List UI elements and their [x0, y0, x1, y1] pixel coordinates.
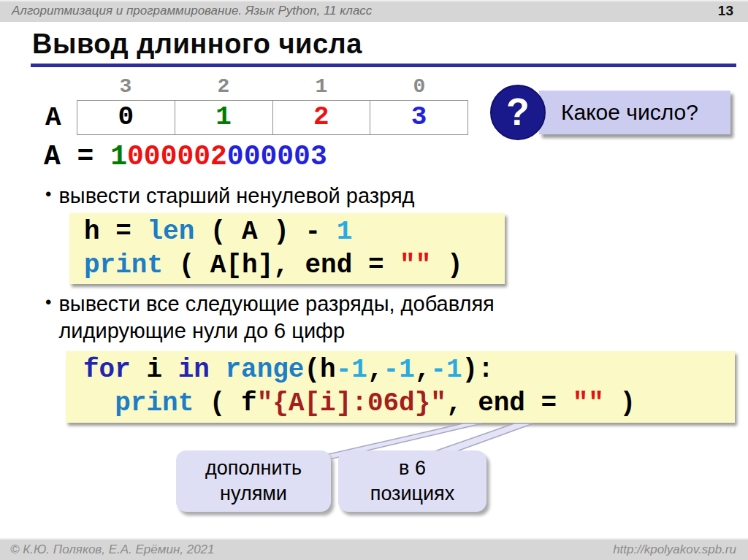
- code-token: print: [84, 250, 163, 280]
- array-cell: 1: [175, 101, 272, 134]
- code-token: -1: [430, 355, 462, 385]
- code-token: for: [83, 355, 131, 385]
- code-token: i: [131, 355, 178, 385]
- code-token: ):: [462, 355, 494, 385]
- code-token: "{A[i]:06d}": [257, 388, 446, 418]
- bullet-dot-icon: •: [45, 292, 51, 345]
- text-line: вывести все следующие разряды, добавляя: [58, 291, 494, 318]
- code-token: ( A ) -: [194, 217, 336, 247]
- page-number: 13: [718, 3, 733, 19]
- bullet-dot-icon: •: [45, 184, 51, 210]
- footer-bar: © К.Ю. Поляков, Е.А. Ерёмин, 2021 http:/…: [0, 538, 748, 560]
- code-line: print ( A[h], end = "" ): [84, 249, 505, 283]
- question-box: Какое число?: [539, 91, 730, 134]
- text-line: вывести старший ненулевой разряд: [58, 183, 414, 210]
- text-line: нулями: [176, 481, 331, 507]
- text-line: лидирующие нули до 6 цифр: [58, 318, 494, 345]
- title-underline: [31, 64, 736, 67]
- array-row-label: A: [45, 103, 61, 133]
- code-token: len: [147, 217, 194, 247]
- code-token: ): [604, 388, 636, 418]
- code-token: range: [225, 355, 304, 385]
- code-token: ,: [415, 355, 431, 385]
- number-segment: 1: [110, 141, 127, 172]
- code-token: , end =: [446, 388, 573, 418]
- callout-pad-with-zeros: дополнитьнулями: [176, 450, 331, 512]
- digit-index: 0: [370, 75, 468, 98]
- bullet-item-2: • вывести все следующие разряды, добавля…: [45, 291, 495, 345]
- code-line: for i in range(h-1,-1,-1):: [83, 353, 735, 387]
- code-token: ): [431, 250, 462, 280]
- bullet-item-1: • вывести старший ненулевой разряд: [45, 183, 415, 210]
- code-token: ( A[h], end =: [163, 250, 400, 280]
- code-token: -1: [383, 355, 415, 385]
- header-course-title: Алгоритмизация и программирование. Язык …: [12, 4, 372, 18]
- code-token: 1: [337, 217, 353, 247]
- code-token: "": [573, 388, 604, 418]
- text-line: в 6: [338, 456, 486, 481]
- digit-index-row: 3210: [77, 75, 468, 98]
- digit-index: 1: [272, 75, 370, 98]
- code-line: print ( f"{A[i]:06d}", end = "" ): [83, 387, 735, 421]
- header-bar: Алгоритмизация и программирование. Язык …: [0, 0, 748, 22]
- digit-array-table: 0123: [77, 100, 468, 135]
- text-line: дополнить: [176, 456, 331, 481]
- digit-index: 2: [175, 75, 272, 98]
- array-cell: 3: [370, 101, 468, 134]
- bullet-text-1: вывести старший ненулевой разряд: [58, 183, 414, 210]
- code-token: ,: [367, 355, 383, 385]
- code-token: ( f: [194, 388, 256, 418]
- code-block-1: h = len ( A ) - 1print ( A[h], end = "" …: [69, 213, 505, 284]
- page-title: Вывод длинного числа: [32, 28, 362, 60]
- code-token: print: [115, 388, 194, 418]
- array-cell: 0: [77, 101, 175, 134]
- code-block-2: for i in range(h-1,-1,-1): print ( f"{A[…: [66, 351, 735, 423]
- code-token: (h: [304, 355, 335, 385]
- code-token: [83, 388, 115, 418]
- question-box-label: Какое число?: [561, 100, 698, 124]
- code-token: "": [400, 250, 431, 280]
- number-segment: 000003: [227, 141, 327, 172]
- code-token: -1: [336, 355, 367, 385]
- footer-authors: © К.Ю. Поляков, Е.А. Ерёмин, 2021: [10, 542, 215, 557]
- number-segment: 000002: [127, 141, 227, 172]
- footer-url: http://kpolyakov.spb.ru: [613, 542, 736, 557]
- digit-index: 3: [77, 75, 175, 98]
- callout-six-positions: в 6позициях: [338, 450, 486, 512]
- long-number-line: A = 1000002000003: [44, 141, 327, 172]
- bullet-text-2: вывести все следующие разряды, добавляял…: [58, 291, 494, 345]
- slide-root: Алгоритмизация и программирование. Язык …: [0, 0, 748, 560]
- text-line: позициях: [338, 481, 486, 507]
- code-line: h = len ( A ) - 1: [84, 215, 505, 249]
- array-cell: 2: [272, 101, 370, 134]
- question-mark-glyph: ?: [506, 91, 530, 133]
- number-segment: A =: [44, 141, 110, 172]
- question-mark-icon: ?: [490, 85, 546, 140]
- code-token: in: [178, 355, 210, 385]
- code-token: h =: [84, 217, 147, 247]
- code-token: [210, 355, 226, 385]
